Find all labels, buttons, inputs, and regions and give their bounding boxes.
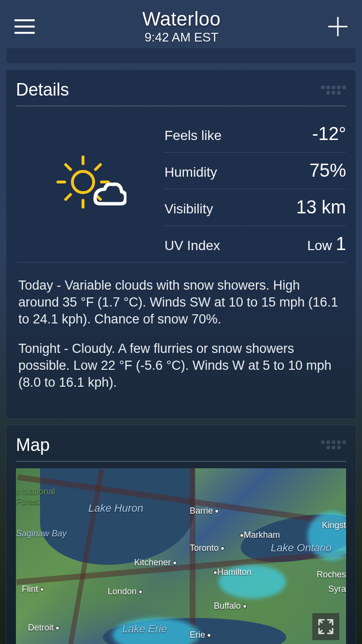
metrics-list: Feels like -12° Humidity 75% Visibility …: [165, 116, 346, 262]
map-label-buffalo: Buffalo: [214, 601, 247, 611]
map-title: Map: [16, 435, 50, 455]
metric-value: -12°: [312, 124, 346, 144]
map-label-hamilton: Hamilton: [211, 567, 251, 577]
map-label-syracuse: Syra: [328, 584, 346, 594]
metric-label: Feels like: [165, 128, 222, 143]
menu-icon[interactable]: [14, 19, 35, 34]
details-title: Details: [16, 80, 69, 100]
map-label-detroit: Detroit: [28, 623, 59, 633]
card-decoration-icon: [321, 85, 346, 95]
forecast-tonight: Tonight - Cloudy. A few flurries or snow…: [18, 340, 344, 391]
map-label-markham: Markham: [238, 530, 280, 540]
metric-value: 13 km: [296, 197, 346, 218]
map-label-flint: Flint: [22, 584, 44, 594]
map-label-barrie: Barrie: [190, 506, 219, 516]
header-title-block: Waterloo 9:42 AM EST: [35, 8, 328, 45]
map-label-erie: Erie: [190, 630, 211, 640]
map-label-kitchener: Kitchener: [134, 558, 177, 568]
forecast-today: Today - Variable clouds with snow shower…: [18, 277, 344, 328]
add-location-icon[interactable]: [328, 17, 348, 36]
previous-card-edge: [6, 48, 356, 64]
svg-line-7: [66, 195, 70, 199]
svg-line-8: [96, 165, 100, 169]
details-card: Details: [6, 70, 356, 419]
map-label-kingston: Kingst: [322, 520, 346, 531]
map-label-lake-ontario: Lake Ontario: [271, 542, 332, 554]
map-label-saginaw: Saginaw Bay: [16, 529, 67, 539]
card-decoration-icon: [321, 440, 346, 449]
location-name: Waterloo: [35, 8, 328, 30]
forecast-text: Today - Variable clouds with snow shower…: [16, 263, 346, 409]
details-title-row: Details: [16, 80, 346, 106]
metric-humidity: Humidity 75%: [165, 153, 346, 189]
metric-label: Humidity: [165, 165, 217, 180]
map-label-lake-erie: Lake Erie: [122, 623, 167, 635]
metric-label: UV Index: [165, 238, 220, 253]
map-label-forest: n National Forest: [16, 487, 55, 507]
map-label-lake-huron: Lake Huron: [88, 502, 143, 515]
weather-map[interactable]: Lake Huron Lake Ontario Lake Erie Sagina…: [16, 468, 346, 644]
map-label-london: London: [108, 587, 142, 597]
metric-value: Low1: [307, 234, 346, 254]
map-label-rochester: Roches: [317, 570, 346, 580]
metric-feels-like: Feels like -12°: [165, 116, 346, 153]
map-label-toronto: Toronto: [190, 543, 224, 553]
metric-label: Visibility: [165, 201, 213, 217]
app-header: Waterloo 9:42 AM EST: [0, 0, 362, 48]
metric-uv-index: UV Index Low1: [165, 226, 346, 262]
map-title-row: Map: [16, 435, 346, 462]
expand-map-icon[interactable]: [312, 613, 339, 640]
metric-visibility: Visibility 13 km: [165, 189, 346, 226]
map-card: Map Lake Huron Lake Ontario Lake Erie Sa…: [6, 425, 356, 644]
current-time: 9:42 AM EST: [35, 30, 328, 45]
svg-point-0: [72, 171, 94, 193]
metric-value: 75%: [309, 160, 346, 181]
svg-line-5: [66, 165, 70, 169]
weather-condition-icon: [16, 116, 165, 262]
